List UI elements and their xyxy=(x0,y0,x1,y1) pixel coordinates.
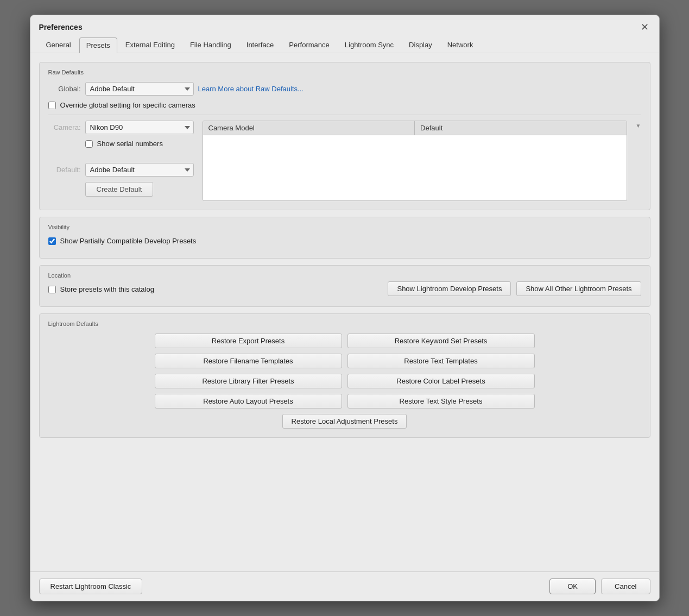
restore-text-button[interactable]: Restore Text Templates xyxy=(347,354,535,368)
create-default-container: Create Default xyxy=(85,182,194,197)
show-develop-presets-button[interactable]: Show Lightroom Develop Presets xyxy=(388,281,511,296)
show-other-presets-button[interactable]: Show All Other Lightroom Presets xyxy=(516,281,641,296)
defaults-grid: Restore Export Presets Restore Keyword S… xyxy=(155,334,535,408)
serial-checkbox-row: Show serial numbers xyxy=(85,140,194,148)
camera-left: Camera: Nikon D90 Show serial numbers De… xyxy=(48,121,194,197)
learn-more-link[interactable]: Learn More about Raw Defaults... xyxy=(198,85,304,93)
restart-button[interactable]: Restart Lightroom Classic xyxy=(39,579,143,594)
scroll-indicator: ▼ xyxy=(636,121,641,129)
footer: Restart Lightroom Classic OK Cancel xyxy=(30,571,659,601)
serial-label[interactable]: Show serial numbers xyxy=(97,140,163,148)
tab-presets[interactable]: Presets xyxy=(79,37,117,53)
restore-text-style-button[interactable]: Restore Text Style Presets xyxy=(347,394,535,408)
location-title: Location xyxy=(48,272,641,279)
store-presets-row: Store presets with this catalog xyxy=(48,285,154,293)
lightroom-defaults-content: Restore Export Presets Restore Keyword S… xyxy=(48,334,641,429)
visibility-checkbox[interactable] xyxy=(48,237,56,245)
restore-local-adjustment-button[interactable]: Restore Local Adjustment Presets xyxy=(282,414,407,429)
restore-filename-button[interactable]: Restore Filename Templates xyxy=(155,354,342,368)
col-camera-model: Camera Model xyxy=(203,121,415,135)
override-checkbox-row: Override global setting for specific cam… xyxy=(48,101,641,109)
main-content: Raw Defaults Global: Adobe Default Camer… xyxy=(30,53,659,571)
store-presets-checkbox[interactable] xyxy=(48,286,56,293)
tab-lightroom-sync[interactable]: Lightroom Sync xyxy=(338,37,401,53)
restore-keyword-button[interactable]: Restore Keyword Set Presets xyxy=(347,334,535,348)
camera-table: Camera Model Default xyxy=(203,121,627,201)
global-select[interactable]: Adobe Default Camera Settings Custom Set… xyxy=(85,82,194,96)
tab-network[interactable]: Network xyxy=(440,37,481,53)
visibility-section: Visibility Show Partially Compatible Dev… xyxy=(39,217,650,259)
cancel-button[interactable]: Cancel xyxy=(601,579,650,594)
restore-color-button[interactable]: Restore Color Label Presets xyxy=(347,374,535,388)
override-label[interactable]: Override global setting for specific cam… xyxy=(60,101,195,109)
tab-general[interactable]: General xyxy=(39,37,78,53)
global-label: Global: xyxy=(48,85,81,93)
col-default: Default xyxy=(415,121,627,135)
scroll-down-icon: ▼ xyxy=(636,123,641,129)
serial-checkbox[interactable] xyxy=(85,140,93,148)
raw-defaults-section: Raw Defaults Global: Adobe Default Camer… xyxy=(39,62,650,210)
camera-row: Camera: Nikon D90 xyxy=(48,121,194,134)
visibility-title: Visibility xyxy=(48,224,641,230)
restore-auto-layout-button[interactable]: Restore Auto Layout Presets xyxy=(155,394,342,408)
location-buttons: Show Lightroom Develop Presets Show All … xyxy=(388,281,641,296)
camera-label: Camera: xyxy=(48,123,81,131)
tab-external-editing[interactable]: External Editing xyxy=(118,37,182,53)
tab-performance[interactable]: Performance xyxy=(282,37,336,53)
visibility-checkbox-row: Show Partially Compatible Develop Preset… xyxy=(48,237,641,245)
restore-export-button[interactable]: Restore Export Presets xyxy=(155,334,342,348)
store-presets-label[interactable]: Store presets with this catalog xyxy=(60,285,154,293)
tab-bar: General Presets External Editing File Ha… xyxy=(30,37,659,53)
default-select[interactable]: Adobe Default Camera Settings xyxy=(85,163,194,177)
lightroom-defaults-section: Lightroom Defaults Restore Export Preset… xyxy=(39,313,650,438)
create-default-button[interactable]: Create Default xyxy=(85,182,154,197)
location-section: Location Store presets with this catalog… xyxy=(39,265,650,307)
camera-table-header: Camera Model Default xyxy=(203,121,627,135)
tab-interface[interactable]: Interface xyxy=(239,37,281,53)
visibility-label[interactable]: Show Partially Compatible Develop Preset… xyxy=(60,237,197,245)
override-checkbox[interactable] xyxy=(48,102,56,109)
close-button[interactable]: ✕ xyxy=(640,22,650,33)
tab-file-handling[interactable]: File Handling xyxy=(183,37,238,53)
camera-section: Camera: Nikon D90 Show serial numbers De… xyxy=(48,121,641,201)
title-bar: Preferences ✕ xyxy=(30,15,659,37)
global-row: Global: Adobe Default Camera Settings Cu… xyxy=(48,82,641,96)
preferences-window: Preferences ✕ General Presets External E… xyxy=(30,15,660,601)
restore-library-button[interactable]: Restore Library Filter Presets xyxy=(155,374,342,388)
ok-button[interactable]: OK xyxy=(549,579,596,594)
location-row: Store presets with this catalog Show Lig… xyxy=(48,285,641,298)
tab-display[interactable]: Display xyxy=(402,37,439,53)
footer-right: OK Cancel xyxy=(549,579,650,594)
camera-select[interactable]: Nikon D90 xyxy=(85,121,194,134)
default-label: Default: xyxy=(48,166,81,174)
divider-1 xyxy=(48,115,641,115)
default-row: Default: Adobe Default Camera Settings xyxy=(48,163,194,177)
camera-table-body xyxy=(203,135,627,200)
lightroom-defaults-title: Lightroom Defaults xyxy=(48,320,641,327)
window-title: Preferences xyxy=(39,23,83,32)
raw-defaults-title: Raw Defaults xyxy=(48,69,641,76)
